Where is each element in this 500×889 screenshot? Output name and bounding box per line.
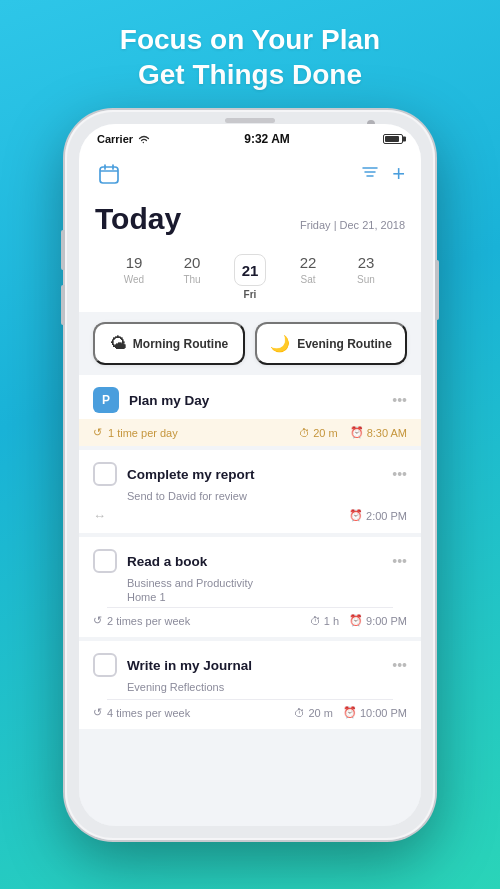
more-options-button[interactable]: •••: [392, 553, 407, 569]
calendar-icon[interactable]: [95, 160, 123, 188]
divider: [107, 699, 393, 700]
task-subtitle: Send to David for review: [127, 490, 407, 502]
headline-line2: Get Things Done: [120, 57, 380, 92]
cal-day-thu[interactable]: 20 Thu: [163, 254, 221, 300]
task-title: Complete my report: [127, 467, 255, 482]
freq-label: 1 time per day: [108, 427, 178, 439]
time-item: ⏰ 2:00 PM: [349, 509, 407, 522]
task-card-read-book: Read a book ••• Business and Productivit…: [79, 537, 421, 637]
add-button[interactable]: +: [392, 163, 405, 185]
cal-day-name: Fri: [244, 289, 257, 300]
cal-day-num: 22: [300, 254, 317, 271]
cal-day-wed[interactable]: 19 Wed: [105, 254, 163, 300]
duration-item: ⏱ 1 h: [310, 615, 339, 627]
phone-frame: Carrier 9:32 AM: [65, 110, 435, 840]
task-meta-row: ↺ 4 times per week ⏱ 20 m ⏰ 10:00 PM: [93, 706, 407, 719]
task-top: Read a book •••: [93, 549, 407, 573]
task-meta-left: ↺ 4 times per week: [93, 706, 190, 719]
morning-icon: 🌤: [110, 335, 126, 353]
task-subtitle: Business and Productivity: [127, 577, 407, 589]
task-checkbox[interactable]: [93, 549, 117, 573]
task-checkbox[interactable]: [93, 653, 117, 677]
calendar-strip: 19 Wed 20 Thu 21 Fri 22 Sat 23 Sun: [79, 248, 421, 312]
divider: [107, 607, 393, 608]
task-title: Plan my Day: [129, 393, 209, 408]
time-icon: ⏰: [343, 706, 357, 719]
carrier-label: Carrier: [97, 133, 133, 145]
time-icon: ⏰: [349, 614, 363, 627]
time-label: 9:00 PM: [366, 615, 407, 627]
task-subtitle: Evening Reflections: [127, 681, 407, 693]
task-left: Read a book: [93, 549, 207, 573]
wifi-icon: [137, 134, 151, 144]
time-label: 2:00 PM: [366, 510, 407, 522]
task-meta-row: ↔ ⏰ 2:00 PM: [93, 508, 407, 523]
duration-item: ⏱ 20 m: [299, 427, 337, 439]
task-meta-right: ⏱ 20 m ⏰ 10:00 PM: [294, 706, 407, 719]
task-tag: Home 1: [127, 591, 407, 603]
cal-day-fri[interactable]: 21 Fri: [221, 254, 279, 300]
freq-left: ↺ 1 time per day: [93, 426, 178, 439]
task-card-journal: Write in my Journal ••• Evening Reflecti…: [79, 641, 421, 729]
task-card-plan-my-day: P Plan my Day ••• ↺ 1 time per day ⏱ 2: [79, 375, 421, 446]
status-bar: Carrier 9:32 AM: [79, 124, 421, 152]
cal-day-sat[interactable]: 22 Sat: [279, 254, 337, 300]
more-options-button[interactable]: •••: [392, 466, 407, 482]
duration-item: ⏱ 20 m: [294, 707, 332, 719]
cal-day-num: 21: [234, 254, 266, 286]
cal-day-name: Sat: [300, 274, 315, 285]
task-left: P Plan my Day: [93, 387, 209, 413]
cal-day-num: 19: [126, 254, 143, 271]
time-label: 8:30 AM: [367, 427, 407, 439]
more-options-button[interactable]: •••: [392, 657, 407, 673]
more-options-button[interactable]: •••: [392, 392, 407, 408]
evening-routine-button[interactable]: 🌙 Evening Routine: [255, 322, 407, 365]
clock-icon: ⏱: [299, 427, 310, 439]
task-checkbox[interactable]: [93, 462, 117, 486]
time-item: ⏰ 8:30 AM: [350, 426, 407, 439]
time-item: ⏰ 10:00 PM: [343, 706, 407, 719]
freq-label: 2 times per week: [107, 615, 190, 627]
task-left: Write in my Journal: [93, 653, 252, 677]
header-actions: +: [360, 162, 405, 187]
task-top: Complete my report •••: [93, 462, 407, 486]
speaker: [225, 118, 275, 123]
cal-day-name: Wed: [124, 274, 144, 285]
task-title: Read a book: [127, 554, 207, 569]
task-top: Write in my Journal •••: [93, 653, 407, 677]
time-item: ⏰ 9:00 PM: [349, 614, 407, 627]
duration-label: 20 m: [313, 427, 337, 439]
evening-icon: 🌙: [270, 334, 290, 353]
repeat-icon: ↺: [93, 426, 102, 439]
task-left: Complete my report: [93, 462, 255, 486]
duration-label: 1 h: [324, 615, 339, 627]
task-meta-right: ⏰ 2:00 PM: [349, 509, 407, 522]
time-icon: ⏰: [350, 426, 364, 439]
freq-label: 4 times per week: [107, 707, 190, 719]
routine-row: 🌤 Morning Routine 🌙 Evening Routine: [79, 312, 421, 375]
cal-day-name: Thu: [183, 274, 200, 285]
headline-block: Focus on Your Plan Get Things Done: [90, 0, 410, 110]
clock-icon: ⏱: [294, 707, 305, 719]
duration-label: 20 m: [308, 707, 332, 719]
headline-line1: Focus on Your Plan: [120, 22, 380, 57]
repeat-icon: ↺: [93, 614, 102, 627]
filter-button[interactable]: [360, 162, 380, 187]
task-meta-left: ↔: [93, 508, 106, 523]
task-top-row: P Plan my Day •••: [79, 375, 421, 419]
date-label: Friday | Dec 21, 2018: [300, 219, 405, 231]
expand-icon: ↔: [93, 508, 106, 523]
task-meta-right: ⏱ 1 h ⏰ 9:00 PM: [310, 614, 407, 627]
status-time: 9:32 AM: [244, 132, 290, 146]
page-title: Today: [95, 202, 181, 236]
phone-screen: Carrier 9:32 AM: [79, 124, 421, 826]
time-label: 10:00 PM: [360, 707, 407, 719]
tasks-list: P Plan my Day ••• ↺ 1 time per day ⏱ 2: [79, 375, 421, 826]
morning-routine-button[interactable]: 🌤 Morning Routine: [93, 322, 245, 365]
morning-routine-label: Morning Routine: [133, 337, 228, 351]
status-right: [383, 134, 403, 144]
cal-day-name: Sun: [357, 274, 375, 285]
cal-day-sun[interactable]: 23 Sun: [337, 254, 395, 300]
battery-icon: [383, 134, 403, 144]
title-row: Today Friday | Dec 21, 2018: [79, 198, 421, 248]
